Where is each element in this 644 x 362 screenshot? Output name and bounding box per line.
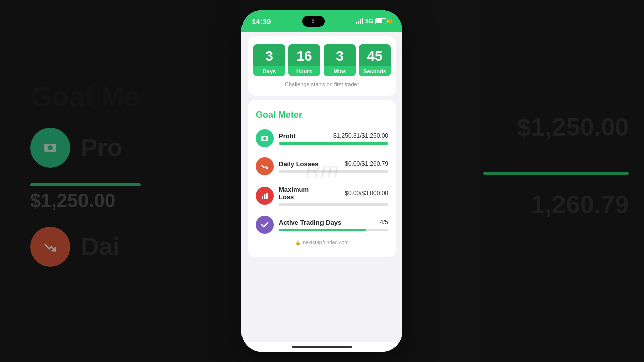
mins-value: 3 bbox=[324, 44, 356, 66]
goal-row-daily-losses: Daily Losses $0.00/$1,260.79 bbox=[256, 157, 388, 175]
svg-point-1 bbox=[48, 145, 53, 150]
days-label: Days bbox=[253, 66, 285, 76]
challenge-note: Challenge starts on first trade* bbox=[285, 81, 359, 87]
trading-days-bar-bg bbox=[279, 229, 388, 231]
home-bar bbox=[292, 346, 352, 348]
lock-icon: 🔒 bbox=[295, 240, 301, 245]
daily-losses-content: Daily Losses $0.00/$1,260.79 bbox=[279, 160, 388, 173]
profit-bar-fill bbox=[279, 142, 388, 145]
max-loss-content: MaximumLoss $0.00/$3,000.00 bbox=[279, 186, 388, 206]
goal-row-max-loss: MaximumLoss $0.00/$3,000.00 bbox=[256, 186, 388, 206]
mic-icon: 🎙 bbox=[310, 18, 316, 25]
home-indicator bbox=[242, 342, 403, 352]
profit-bar-bg bbox=[279, 142, 388, 145]
bg-daily-icon bbox=[30, 227, 70, 267]
profit-value: $1,250.31/$1,250.00 bbox=[333, 132, 388, 139]
max-loss-top-row: MaximumLoss $0.00/$3,000.00 bbox=[279, 186, 388, 201]
bg-profit-icon bbox=[30, 128, 70, 168]
goal-row-profit: Profit $1,250.31/$1,250.00 bbox=[256, 129, 388, 147]
hours-label: Hours bbox=[288, 66, 320, 76]
dot-indicator bbox=[388, 19, 392, 23]
trading-days-bar-fill bbox=[279, 229, 366, 231]
max-loss-label: MaximumLoss bbox=[279, 186, 309, 201]
bg-title: Goal Me bbox=[30, 80, 140, 113]
profit-content: Profit $1,250.31/$1,250.00 bbox=[279, 132, 388, 145]
daily-losses-bar-bg bbox=[279, 170, 388, 173]
bg-profit-text: Pro bbox=[80, 133, 122, 162]
countdown-hours: 16 Hours bbox=[288, 44, 320, 76]
status-right: 5G bbox=[356, 18, 392, 25]
svg-rect-6 bbox=[266, 193, 268, 199]
svg-rect-5 bbox=[264, 194, 266, 199]
countdown-card: 3 Days 16 Hours 3 Mins 45 Seconds bbox=[248, 36, 396, 96]
days-value: 3 bbox=[253, 44, 285, 66]
daily-losses-icon bbox=[256, 157, 274, 175]
max-loss-bar-bg bbox=[279, 203, 388, 206]
profit-top-row: Profit $1,250.31/$1,250.00 bbox=[279, 132, 388, 140]
dynamic-island: 🎙 bbox=[302, 16, 325, 27]
countdown-row: 3 Days 16 Hours 3 Mins 45 Seconds bbox=[253, 44, 391, 76]
network-label: 5G bbox=[365, 18, 373, 25]
profit-icon bbox=[256, 129, 274, 147]
seconds-value: 45 bbox=[359, 44, 391, 66]
trading-days-content: Active Trading Days 4/5 bbox=[279, 219, 388, 231]
bg-right-panel: $1,250.00 1,260.79 bbox=[483, 0, 644, 362]
mins-label: Mins bbox=[324, 66, 356, 76]
daily-losses-label: Daily Losses bbox=[279, 160, 319, 168]
phone-frame: 14:39 🎙 5G bbox=[242, 10, 403, 352]
bg-daily-text: Dai bbox=[80, 232, 120, 261]
daily-losses-top-row: Daily Losses $0.00/$1,260.79 bbox=[279, 160, 388, 168]
goal-meter-card: Rm Goal Meter Profit $1,250.31/$1,250.00 bbox=[248, 100, 396, 257]
bg-daily-row: Dai bbox=[30, 227, 120, 267]
trading-days-top-row: Active Trading Days 4/5 bbox=[279, 219, 388, 226]
bg-left-panel: Goal Me Pro $1,250.00 Dai bbox=[0, 0, 242, 362]
website-label: nextstepfunded.com bbox=[303, 240, 348, 245]
status-time: 14:39 bbox=[252, 17, 271, 26]
countdown-mins: 3 Mins bbox=[324, 44, 356, 76]
trading-days-label: Active Trading Days bbox=[279, 219, 341, 226]
hours-value: 16 bbox=[288, 44, 320, 66]
signal-icon bbox=[356, 18, 363, 24]
svg-rect-4 bbox=[262, 196, 263, 199]
profit-label: Profit bbox=[279, 132, 296, 140]
bg-right-daily: 1,260.79 bbox=[531, 190, 629, 219]
max-loss-value: $0.00/$3,000.00 bbox=[345, 190, 388, 197]
countdown-days: 3 Days bbox=[253, 44, 285, 76]
trading-days-value: 4/5 bbox=[380, 219, 388, 226]
goal-meter-title: Goal Meter bbox=[256, 110, 388, 120]
max-loss-icon bbox=[256, 187, 274, 205]
daily-losses-value: $0.00/$1,260.79 bbox=[345, 160, 388, 167]
screenshot-container: Goal Me Pro $1,250.00 Dai $1,250.00 bbox=[0, 0, 644, 362]
status-bar: 14:39 🎙 5G bbox=[242, 10, 403, 32]
battery-icon bbox=[375, 18, 386, 24]
seconds-label: Seconds bbox=[359, 66, 391, 76]
svg-point-3 bbox=[263, 137, 266, 140]
bg-profit-row: Pro bbox=[30, 128, 122, 168]
footer: 🔒 nextstepfunded.com bbox=[256, 236, 388, 247]
countdown-seconds: 45 Seconds bbox=[359, 44, 391, 76]
phone-content[interactable]: 3 Days 16 Hours 3 Mins 45 Seconds bbox=[242, 32, 403, 342]
trading-days-icon bbox=[256, 216, 274, 234]
goal-row-trading-days: Active Trading Days 4/5 bbox=[256, 216, 388, 234]
bg-right-profit: $1,250.00 bbox=[517, 113, 629, 142]
